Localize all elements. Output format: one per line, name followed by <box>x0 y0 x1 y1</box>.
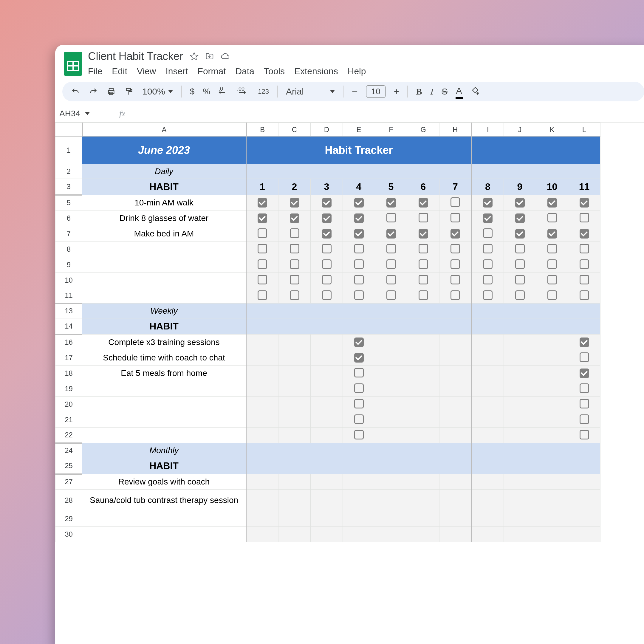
checkbox-cell[interactable] <box>375 428 407 443</box>
checkbox-cell[interactable] <box>472 397 504 412</box>
checkbox-cell[interactable] <box>311 241 343 257</box>
text-color-button[interactable]: A <box>456 86 462 97</box>
document-title[interactable]: Client Habit Tracker <box>88 50 183 63</box>
empty-cell[interactable] <box>407 474 439 490</box>
checkbox-cell[interactable] <box>311 273 343 288</box>
day-number[interactable]: 5 <box>375 179 407 195</box>
checkbox-cell[interactable] <box>439 381 472 397</box>
checkbox-cell[interactable] <box>311 350 343 366</box>
column-header[interactable]: D <box>311 123 343 137</box>
checkbox[interactable] <box>290 213 299 223</box>
format-percent-button[interactable]: % <box>203 87 210 96</box>
day-number[interactable]: 4 <box>343 179 375 195</box>
checkbox-cell[interactable] <box>278 257 311 273</box>
checkbox-cell[interactable] <box>407 195 439 210</box>
checkbox[interactable] <box>322 259 332 269</box>
habit-label[interactable] <box>82 381 246 397</box>
checkbox[interactable] <box>451 290 460 300</box>
checkbox[interactable] <box>354 259 364 269</box>
checkbox-cell[interactable] <box>439 335 472 350</box>
checkbox[interactable] <box>354 399 364 408</box>
fontsize-input[interactable]: 10 <box>366 85 386 98</box>
checkbox-cell[interactable] <box>536 288 568 304</box>
checkbox-cell[interactable] <box>311 226 343 241</box>
checkbox-cell[interactable] <box>504 226 536 241</box>
checkbox[interactable] <box>290 259 299 269</box>
checkbox-cell[interactable] <box>246 397 278 412</box>
checkbox-cell[interactable] <box>472 335 504 350</box>
checkbox-cell[interactable] <box>375 257 407 273</box>
cloud-saved-icon[interactable] <box>221 52 230 61</box>
habit-label[interactable] <box>82 257 246 273</box>
checkbox[interactable] <box>419 259 428 269</box>
checkbox-cell[interactable] <box>278 350 311 366</box>
row-header[interactable]: 29 <box>55 511 82 527</box>
row-header[interactable]: 17 <box>55 350 82 366</box>
redo-icon[interactable] <box>89 87 98 96</box>
checkbox-cell[interactable] <box>472 412 504 428</box>
empty-cell[interactable] <box>375 511 407 527</box>
checkbox[interactable] <box>580 213 589 222</box>
checkbox[interactable] <box>258 275 267 284</box>
row-header[interactable]: 20 <box>55 397 82 412</box>
bold-button[interactable]: B <box>416 86 422 97</box>
checkbox-cell[interactable] <box>311 412 343 428</box>
checkbox-cell[interactable] <box>407 350 439 366</box>
checkbox[interactable] <box>580 338 589 347</box>
checkbox-cell[interactable] <box>375 350 407 366</box>
row-header[interactable]: 11 <box>55 288 82 304</box>
empty-cell[interactable] <box>472 490 504 511</box>
checkbox-cell[interactable] <box>343 226 375 241</box>
empty-cell[interactable] <box>472 527 504 542</box>
star-icon[interactable] <box>190 52 199 61</box>
checkbox[interactable] <box>354 338 364 347</box>
decrease-fontsize-button[interactable]: − <box>352 86 358 97</box>
zoom-select[interactable]: 100% <box>142 86 173 97</box>
checkbox-cell[interactable] <box>343 257 375 273</box>
checkbox[interactable] <box>386 229 396 239</box>
checkbox[interactable] <box>451 213 460 222</box>
checkbox-cell[interactable] <box>375 195 407 210</box>
habit-label[interactable]: Make bed in AM <box>82 226 246 241</box>
checkbox-cell[interactable] <box>504 210 536 226</box>
checkbox-cell[interactable] <box>439 195 472 210</box>
checkbox[interactable] <box>354 430 364 439</box>
checkbox[interactable] <box>322 244 332 253</box>
checkbox-cell[interactable] <box>375 241 407 257</box>
checkbox[interactable] <box>386 244 396 253</box>
habit-label[interactable]: Schedule time with coach to chat <box>82 350 246 366</box>
checkbox-cell[interactable] <box>472 210 504 226</box>
day-number[interactable]: 8 <box>472 179 504 195</box>
row-header[interactable]: 22 <box>55 428 82 443</box>
checkbox-cell[interactable] <box>439 273 472 288</box>
checkbox[interactable] <box>258 228 267 238</box>
checkbox[interactable] <box>354 244 364 253</box>
empty-cell[interactable] <box>407 490 439 511</box>
empty-cell[interactable] <box>343 474 375 490</box>
checkbox[interactable] <box>258 290 267 300</box>
format-123-button[interactable]: 123 <box>258 88 269 95</box>
checkbox-cell[interactable] <box>375 381 407 397</box>
habit-label[interactable]: Sauna/cold tub contrast therapy session <box>82 490 246 511</box>
checkbox[interactable] <box>515 244 525 253</box>
checkbox-cell[interactable] <box>568 273 600 288</box>
checkbox[interactable] <box>547 275 557 284</box>
empty-cell[interactable] <box>536 527 568 542</box>
empty-cell[interactable] <box>504 527 536 542</box>
habit-label[interactable] <box>82 273 246 288</box>
row-header[interactable]: 14 <box>55 318 82 335</box>
checkbox[interactable] <box>580 290 589 300</box>
checkbox-cell[interactable] <box>343 366 375 381</box>
checkbox-cell[interactable] <box>439 226 472 241</box>
checkbox[interactable] <box>483 244 493 253</box>
checkbox-cell[interactable] <box>439 288 472 304</box>
checkbox-cell[interactable] <box>311 366 343 381</box>
checkbox[interactable] <box>547 290 557 300</box>
empty-cell[interactable] <box>246 527 278 542</box>
checkbox-cell[interactable] <box>439 241 472 257</box>
day-number[interactable]: 2 <box>278 179 311 195</box>
checkbox-cell[interactable] <box>375 273 407 288</box>
checkbox-cell[interactable] <box>439 397 472 412</box>
checkbox-cell[interactable] <box>311 428 343 443</box>
checkbox[interactable] <box>354 353 364 363</box>
